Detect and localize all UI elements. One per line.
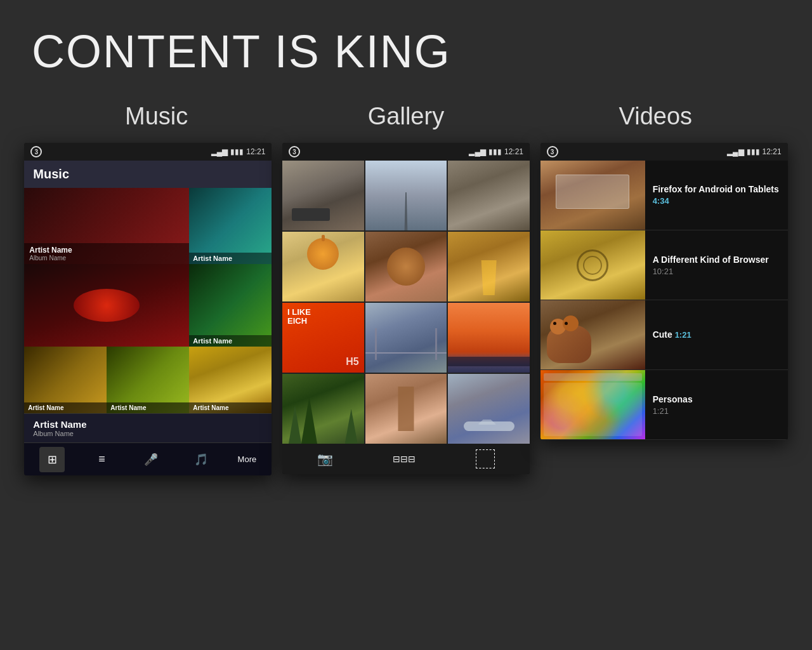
gallery-cell-drink[interactable] [448,232,530,302]
section-headers: Music Gallery Videos [0,90,812,143]
music-app-header: Music [24,161,272,188]
video-title-4: Personas [653,394,780,405]
video-title-3: Cute 1:21 [653,329,780,341]
phones-row: 3 ▂▄▆ ▮▮▮ 12:21 Music Artist Name Album … [0,143,812,475]
gallery-network-icon: 3 [289,146,300,157]
music-row-3: Artist Name Artist Name Artist Name [24,347,272,413]
gallery-status-bar: 3 ▂▄▆ ▮▮▮ 12:21 [282,143,530,161]
artist-name-5: Artist Name [110,404,185,411]
videos-time-display: 12:21 [763,147,782,156]
camera-icon[interactable]: 📷 [317,451,333,467]
gallery-battery-icon: ▮▮▮ [488,147,502,156]
list-artist-name: Artist Name [33,419,263,430]
artist-name-3: Artist Name [193,337,268,345]
videos-network-icon: 3 [547,146,558,157]
video-thumb-1 [540,161,645,230]
video-item-3[interactable]: Cute 1:21 [540,300,788,370]
video-duration-2: 10:21 [653,267,780,276]
music-section-header: Music [33,103,280,130]
battery-icon: ▮▮▮ [230,147,244,156]
music-status-bar: 3 ▂▄▆ ▮▮▮ 12:21 [24,143,272,161]
gallery-cell-cat[interactable] [282,232,364,302]
video-list: Firefox for Android on Tablets 4:34 A Di… [540,161,788,440]
gallery-cell-food[interactable] [365,232,447,302]
gallery-cell-sunset[interactable] [448,303,530,373]
gallery-status-right: ▂▄▆ ▮▮▮ 12:21 [469,147,523,156]
fullscreen-icon[interactable] [476,449,495,468]
videos-section-header: Videos [532,103,779,130]
artist-name-4: Artist Name [28,404,103,411]
video-info-1: Firefox for Android on Tablets 4:34 [645,161,788,230]
gallery-signal-icon: ▂▄▆ [469,147,486,156]
video-thumb-4 [540,370,645,439]
gallery-phone: 3 ▂▄▆ ▮▮▮ 12:21 [282,143,530,474]
artist-name-6: Artist Name [193,404,268,411]
music-app-title: Music [33,167,69,181]
gallery-cell-buildings[interactable] [448,161,530,230]
video-duration-4: 1:21 [653,406,780,416]
music-phone: 3 ▂▄▆ ▮▮▮ 12:21 Music Artist Name Album … [24,143,272,475]
gallery-cell-eiffel[interactable] [365,161,447,230]
music-list-info: Artist Name Album Name [33,419,263,437]
music-row-2: Artist Name [24,264,272,347]
video-info-2: A Different Kind of Browser 10:21 [645,230,788,300]
gallery-cell-trees[interactable] [282,374,364,444]
music-cell-3[interactable] [24,264,189,347]
more-nav-label[interactable]: More [238,454,257,464]
videos-status-bar: 3 ▂▄▆ ▮▮▮ 12:21 [540,143,788,161]
music-row-1: Artist Name Album Name Artist Name [24,188,272,264]
music-cell-1[interactable]: Artist Name Album Name [24,188,189,264]
video-title-2: A Different Kind of Browser [653,254,780,265]
music-cell-4[interactable]: Artist Name [189,264,272,347]
video-title-1: Firefox for Android on Tablets 4:34 [653,183,780,207]
video-thumb-3 [540,300,645,369]
status-left: 3 [30,146,42,157]
music-bottom-nav: ⊞ ≡ 🎤 🎵 More [24,442,272,475]
music-cell-5[interactable]: Artist Name [24,347,107,413]
gallery-time-display: 12:21 [504,147,523,156]
gallery-cell-html5[interactable]: I LIKEEICH H5 [282,303,364,373]
gallery-bottom-bar: 📷 ⊟⊟⊟ [282,444,530,474]
music-cell-2[interactable]: Artist Name [189,188,272,264]
time-display: 12:21 [246,147,265,156]
gallery-cell-plane[interactable] [448,374,530,444]
gallery-cell-paris[interactable] [282,161,364,230]
music-cell-6[interactable]: Artist Name [107,347,189,413]
music-note-nav-icon[interactable]: 🎵 [188,447,214,472]
list-nav-icon[interactable]: ≡ [89,447,114,472]
video-item-2[interactable]: A Different Kind of Browser 10:21 [540,230,788,300]
videos-signal-icon: ▂▄▆ [727,147,744,156]
gallery-section-header: Gallery [282,103,529,130]
video-thumb-2 [540,230,645,300]
video-duration-1: 4:34 [653,196,669,206]
videos-phone: 3 ▂▄▆ ▮▮▮ 12:21 Firefox for Android on T… [540,143,788,440]
video-info-3: Cute 1:21 [645,300,788,369]
artist-name-1: Artist Name [29,246,184,255]
video-info-4: Personas 1:21 [645,370,788,439]
music-cell-7[interactable]: Artist Name [189,347,272,413]
gallery-cell-sculpture[interactable] [365,374,447,444]
gallery-cell-bridge[interactable] [365,303,447,373]
video-duration-3: 1:21 [675,330,691,340]
gallery-status-left: 3 [289,146,300,157]
grid-nav-icon[interactable]: ⊞ [39,447,65,472]
status-right: ▂▄▆ ▮▮▮ 12:21 [211,147,266,156]
video-item-4[interactable]: Personas 1:21 [540,370,788,440]
artist-name-2: Artist Name [193,255,268,262]
videos-status-left: 3 [547,146,558,157]
video-item-1[interactable]: Firefox for Android on Tablets 4:34 [540,161,788,230]
mic-nav-icon[interactable]: 🎤 [138,447,164,472]
network-icon: 3 [30,146,42,157]
gallery-grid: I LIKEEICH H5 [282,161,530,444]
list-album-name: Album Name [33,430,263,437]
signal-icon: ▂▄▆ [211,147,228,156]
page-title: CONTENT IS KING [0,0,812,90]
music-list-item[interactable]: Artist Name Album Name [24,413,272,442]
album-name-1: Album Name [29,255,184,262]
gallery-grid-icon[interactable]: ⊟⊟⊟ [393,454,416,464]
videos-battery-icon: ▮▮▮ [747,147,760,156]
videos-status-right: ▂▄▆ ▮▮▮ 12:21 [727,147,782,156]
